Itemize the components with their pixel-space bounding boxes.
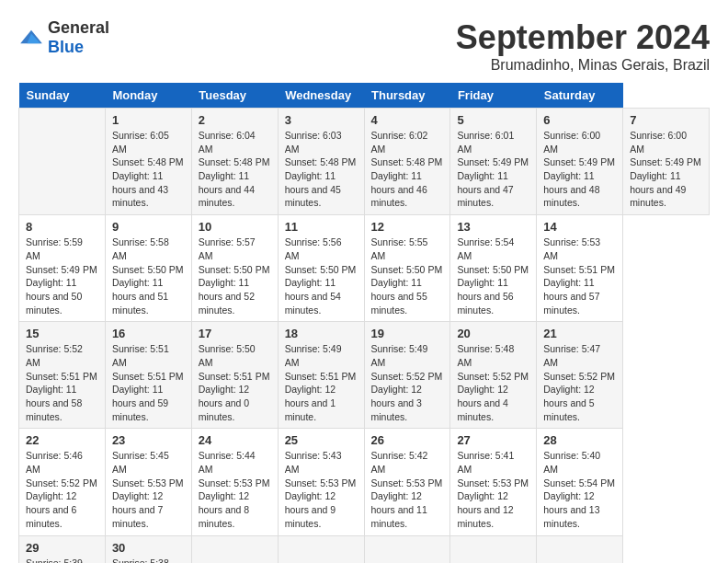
day-number: 24: [199, 433, 271, 447]
day-number: 15: [26, 327, 98, 340]
calendar-cell: 28Sunrise: 5:40 AMSunset: 5:54 PMDayligh…: [537, 429, 623, 535]
calendar-week-row: 8Sunrise: 5:59 AMSunset: 5:49 PMDaylight…: [19, 215, 710, 322]
calendar-week-row: 29Sunrise: 5:39 AMSunset: 5:54 PMDayligh…: [19, 535, 710, 563]
day-info: Sunrise: 5:57 AMSunset: 5:50 PMDaylight:…: [199, 236, 271, 316]
logo-text-general: General: [48, 18, 109, 37]
day-info: Sunrise: 5:45 AMSunset: 5:53 PMDaylight:…: [112, 449, 185, 530]
day-info: Sunrise: 5:38 AMSunset: 5:54 PMDaylight:…: [112, 557, 185, 564]
calendar-cell: 24Sunrise: 5:44 AMSunset: 5:53 PMDayligh…: [191, 429, 278, 535]
calendar-week-row: 15Sunrise: 5:52 AMSunset: 5:51 PMDayligh…: [19, 322, 710, 429]
calendar-cell: 1Sunrise: 6:05 AMSunset: 5:48 PMDaylight…: [105, 109, 191, 215]
header: General Blue September 2024 Brumadinho, …: [18, 18, 710, 74]
calendar-cell: 19Sunrise: 5:49 AMSunset: 5:52 PMDayligh…: [364, 322, 450, 429]
day-info: Sunrise: 5:40 AMSunset: 5:54 PMDaylight:…: [543, 449, 616, 530]
day-info: Sunrise: 5:52 AMSunset: 5:51 PMDaylight:…: [26, 342, 98, 423]
calendar-cell: 15Sunrise: 5:52 AMSunset: 5:51 PMDayligh…: [19, 322, 106, 429]
day-info: Sunrise: 6:00 AMSunset: 5:49 PMDaylight:…: [630, 129, 702, 210]
day-info: Sunrise: 6:00 AMSunset: 5:49 PMDaylight:…: [543, 129, 616, 210]
calendar-cell: 23Sunrise: 5:45 AMSunset: 5:53 PMDayligh…: [105, 429, 191, 535]
title-block: September 2024 Brumadinho, Minas Gerais,…: [456, 18, 710, 74]
day-number: 20: [457, 327, 529, 340]
calendar-cell: [364, 535, 450, 563]
day-number: 18: [285, 327, 358, 340]
calendar-cell: 17Sunrise: 5:50 AMSunset: 5:51 PMDayligh…: [191, 322, 278, 429]
day-info: Sunrise: 6:04 AMSunset: 5:48 PMDaylight:…: [199, 129, 271, 210]
calendar-cell: 25Sunrise: 5:43 AMSunset: 5:53 PMDayligh…: [278, 429, 364, 535]
day-number: 2: [199, 113, 271, 127]
calendar-cell: 14Sunrise: 5:53 AMSunset: 5:51 PMDayligh…: [537, 215, 623, 322]
calendar-cell: 11Sunrise: 5:56 AMSunset: 5:50 PMDayligh…: [278, 215, 364, 322]
day-number: 27: [457, 433, 529, 447]
day-info: Sunrise: 5:51 AMSunset: 5:51 PMDaylight:…: [112, 342, 185, 423]
month-title: September 2024: [456, 18, 710, 57]
day-number: 26: [371, 433, 444, 447]
calendar-cell: 6Sunrise: 6:00 AMSunset: 5:49 PMDaylight…: [537, 109, 623, 215]
calendar-cell: [537, 535, 623, 563]
header-saturday: Saturday: [537, 83, 623, 109]
calendar-cell: 5Sunrise: 6:01 AMSunset: 5:49 PMDaylight…: [450, 109, 537, 215]
calendar-week-row: 1Sunrise: 6:05 AMSunset: 5:48 PMDaylight…: [19, 109, 710, 215]
calendar-cell: [450, 535, 537, 563]
calendar-cell: 12Sunrise: 5:55 AMSunset: 5:50 PMDayligh…: [364, 215, 450, 322]
day-number: 28: [543, 433, 616, 447]
calendar-cell: 30Sunrise: 5:38 AMSunset: 5:54 PMDayligh…: [105, 535, 191, 563]
day-info: Sunrise: 5:47 AMSunset: 5:52 PMDaylight:…: [543, 342, 616, 423]
day-number: 12: [371, 220, 444, 234]
day-info: Sunrise: 5:58 AMSunset: 5:50 PMDaylight:…: [112, 236, 185, 316]
day-number: 6: [543, 113, 616, 127]
day-number: 17: [199, 327, 271, 340]
calendar-cell: 2Sunrise: 6:04 AMSunset: 5:48 PMDaylight…: [191, 109, 278, 215]
calendar-header-row: SundayMondayTuesdayWednesdayThursdayFrid…: [19, 83, 710, 109]
calendar-cell: 16Sunrise: 5:51 AMSunset: 5:51 PMDayligh…: [105, 322, 191, 429]
day-number: 23: [112, 433, 185, 447]
day-info: Sunrise: 5:54 AMSunset: 5:50 PMDaylight:…: [457, 236, 529, 316]
location: Brumadinho, Minas Gerais, Brazil: [456, 57, 710, 74]
day-info: Sunrise: 5:42 AMSunset: 5:53 PMDaylight:…: [371, 449, 444, 530]
calendar-cell: 21Sunrise: 5:47 AMSunset: 5:52 PMDayligh…: [537, 322, 623, 429]
calendar-week-row: 22Sunrise: 5:46 AMSunset: 5:52 PMDayligh…: [19, 429, 710, 535]
calendar-cell: 4Sunrise: 6:02 AMSunset: 5:48 PMDaylight…: [364, 109, 450, 215]
day-info: Sunrise: 6:05 AMSunset: 5:48 PMDaylight:…: [112, 129, 185, 210]
day-info: Sunrise: 5:53 AMSunset: 5:51 PMDaylight:…: [543, 236, 616, 316]
header-friday: Friday: [450, 83, 537, 109]
calendar-cell: 8Sunrise: 5:59 AMSunset: 5:49 PMDaylight…: [19, 215, 106, 322]
calendar-cell: [191, 535, 278, 563]
calendar-cell: 20Sunrise: 5:48 AMSunset: 5:52 PMDayligh…: [450, 322, 537, 429]
day-number: 29: [26, 541, 98, 555]
day-number: 4: [371, 113, 444, 127]
calendar-cell: 3Sunrise: 6:03 AMSunset: 5:48 PMDaylight…: [278, 109, 364, 215]
day-number: 1: [112, 113, 185, 127]
day-info: Sunrise: 5:55 AMSunset: 5:50 PMDaylight:…: [371, 236, 444, 316]
day-info: Sunrise: 5:39 AMSunset: 5:54 PMDaylight:…: [26, 557, 98, 564]
day-number: 21: [543, 327, 616, 340]
day-info: Sunrise: 5:46 AMSunset: 5:52 PMDaylight:…: [26, 449, 98, 530]
day-number: 8: [26, 220, 98, 234]
calendar-cell: [19, 109, 106, 215]
header-tuesday: Tuesday: [191, 83, 278, 109]
calendar-cell: 18Sunrise: 5:49 AMSunset: 5:51 PMDayligh…: [278, 322, 364, 429]
day-number: 5: [457, 113, 529, 127]
day-number: 25: [285, 433, 358, 447]
header-monday: Monday: [105, 83, 191, 109]
calendar-cell: 29Sunrise: 5:39 AMSunset: 5:54 PMDayligh…: [19, 535, 106, 563]
day-info: Sunrise: 6:01 AMSunset: 5:49 PMDaylight:…: [457, 129, 529, 210]
day-info: Sunrise: 6:02 AMSunset: 5:48 PMDaylight:…: [371, 129, 444, 210]
calendar-cell: 7Sunrise: 6:00 AMSunset: 5:49 PMDaylight…: [623, 109, 710, 215]
header-sunday: Sunday: [19, 83, 106, 109]
calendar-cell: 22Sunrise: 5:46 AMSunset: 5:52 PMDayligh…: [19, 429, 106, 535]
calendar-cell: 10Sunrise: 5:57 AMSunset: 5:50 PMDayligh…: [191, 215, 278, 322]
day-number: 11: [285, 220, 358, 234]
calendar-cell: 9Sunrise: 5:58 AMSunset: 5:50 PMDaylight…: [105, 215, 191, 322]
logo: General Blue: [18, 18, 109, 57]
day-info: Sunrise: 5:49 AMSunset: 5:52 PMDaylight:…: [371, 342, 444, 423]
day-info: Sunrise: 5:59 AMSunset: 5:49 PMDaylight:…: [26, 236, 98, 316]
day-number: 30: [112, 541, 185, 555]
day-number: 22: [26, 433, 98, 447]
calendar-cell: [278, 535, 364, 563]
calendar-cell: 27Sunrise: 5:41 AMSunset: 5:53 PMDayligh…: [450, 429, 537, 535]
day-info: Sunrise: 5:48 AMSunset: 5:52 PMDaylight:…: [457, 342, 529, 423]
day-info: Sunrise: 5:49 AMSunset: 5:51 PMDaylight:…: [285, 342, 358, 423]
day-info: Sunrise: 5:41 AMSunset: 5:53 PMDaylight:…: [457, 449, 529, 530]
calendar-cell: 13Sunrise: 5:54 AMSunset: 5:50 PMDayligh…: [450, 215, 537, 322]
day-info: Sunrise: 5:43 AMSunset: 5:53 PMDaylight:…: [285, 449, 358, 530]
